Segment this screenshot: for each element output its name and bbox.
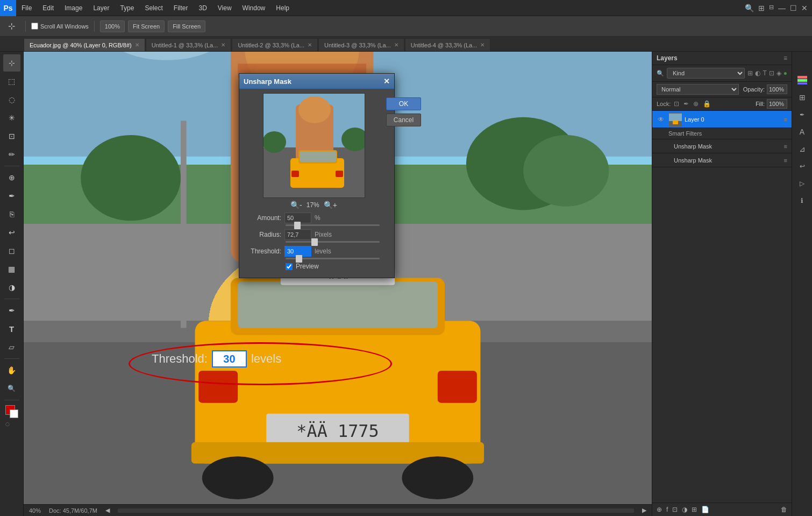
arrange-icon[interactable]: ⊞ xyxy=(758,4,765,12)
tab-2-close[interactable]: ✕ xyxy=(221,42,225,48)
workspace-icon[interactable]: ⊟ xyxy=(769,4,774,12)
blending-mode-select[interactable]: Normal xyxy=(657,84,739,95)
layers-panel-icon[interactable]: ⊞ xyxy=(795,90,810,105)
dialog-close-button[interactable]: ✕ xyxy=(383,77,390,86)
layer-item-0[interactable]: 👁 Layer 0 ≡ xyxy=(652,111,792,128)
adjustment-layer-icon[interactable]: ◑ xyxy=(682,506,687,513)
radius-slider[interactable] xyxy=(286,241,380,243)
menu-image[interactable]: Image xyxy=(59,0,88,16)
marquee-tool[interactable]: ⬚ xyxy=(3,73,20,90)
info-icon[interactable]: ℹ xyxy=(795,193,810,208)
search-icon[interactable]: 🔍 xyxy=(745,4,754,12)
background-color[interactable] xyxy=(10,409,18,418)
lock-pixels-icon[interactable]: ✒ xyxy=(683,100,689,108)
menu-layer[interactable]: Layer xyxy=(88,0,115,16)
menu-help[interactable]: Help xyxy=(270,0,295,16)
menu-file[interactable]: File xyxy=(16,0,37,16)
clone-tool[interactable]: ⎘ xyxy=(3,206,20,223)
channels-icon[interactable] xyxy=(795,73,810,88)
adj-filter-icon[interactable]: ◐ xyxy=(755,69,760,77)
dodge-tool[interactable]: ◑ xyxy=(3,279,20,296)
pen-tool[interactable]: ✒ xyxy=(3,302,20,319)
fill-screen-btn[interactable]: Fill Screen xyxy=(168,20,205,32)
kind-select[interactable]: Kind xyxy=(667,68,745,79)
actions-icon[interactable]: ▷ xyxy=(795,176,810,191)
preview-checkbox[interactable] xyxy=(286,263,293,270)
filter-item-2[interactable]: Unsharp Mask ≡ xyxy=(652,153,792,167)
smart-filter-icon[interactable]: ◈ xyxy=(777,69,781,77)
menu-type[interactable]: Type xyxy=(115,0,139,16)
history-tool[interactable]: ↩ xyxy=(3,224,20,241)
pixel-filter-icon[interactable]: ⊞ xyxy=(747,69,753,77)
scroll-bar[interactable] xyxy=(118,508,634,513)
minimize-icon[interactable]: — xyxy=(778,4,786,12)
tab-4-close[interactable]: ✕ xyxy=(394,42,398,48)
new-group-icon[interactable]: ⊞ xyxy=(692,506,697,513)
fill-input[interactable] xyxy=(767,99,787,109)
menu-view[interactable]: View xyxy=(212,0,237,16)
menu-filter[interactable]: Filter xyxy=(168,0,194,16)
tab-1[interactable]: Ecuador.jpg @ 40% (Layer 0, RGB/8#) ✕ xyxy=(24,38,145,51)
threshold-slider[interactable] xyxy=(286,258,380,259)
type-filter-icon[interactable]: T xyxy=(763,69,766,77)
move-tool[interactable]: ⊹ xyxy=(3,54,20,72)
gradient-tool[interactable]: ▦ xyxy=(3,260,20,278)
canvas-area[interactable]: *ÄÄ 1775 TAXI Threshold: 30 levels Unsha… xyxy=(24,52,652,516)
close-icon[interactable]: ✕ xyxy=(801,4,808,12)
adjustments-icon[interactable]: ⊿ xyxy=(795,142,810,157)
panel-menu-icon[interactable]: ≡ xyxy=(783,54,787,62)
quick-mask-icon[interactable]: ◌ xyxy=(5,421,10,427)
fg-bg-colors[interactable] xyxy=(3,403,20,420)
paths-panel-icon[interactable]: ✒ xyxy=(795,107,810,122)
eyedropper-tool[interactable]: ✏ xyxy=(3,146,20,163)
menu-edit[interactable]: Edit xyxy=(37,0,59,16)
zoom-in-btn[interactable]: 🔍+ xyxy=(324,201,337,209)
new-layer-icon[interactable]: 📄 xyxy=(701,506,709,513)
tab-5-close[interactable]: ✕ xyxy=(480,42,485,48)
menu-select[interactable]: Select xyxy=(139,0,168,16)
tab-3[interactable]: Untitled-2 @ 33,3% (La... ✕ xyxy=(232,38,318,51)
tab-2[interactable]: Untitled-1 @ 33,3% (La... ✕ xyxy=(146,38,232,51)
history-panel-icon[interactable]: ↩ xyxy=(795,159,810,174)
tab-5[interactable]: Untitled-4 @ 33,3% (La... ✕ xyxy=(405,38,491,51)
eraser-tool[interactable]: ◻ xyxy=(3,242,20,259)
hand-tool[interactable]: ✋ xyxy=(3,362,20,379)
toggle-filter-icon[interactable]: ● xyxy=(783,69,787,77)
scroll-left[interactable]: ◀ xyxy=(105,507,110,514)
fit-screen-btn[interactable]: Fit Screen xyxy=(128,20,165,32)
menu-window[interactable]: Window xyxy=(237,0,271,16)
scroll-right[interactable]: ▶ xyxy=(642,507,646,514)
shape-filter-icon[interactable]: ⊡ xyxy=(769,69,774,77)
lock-transparent-icon[interactable]: ⊡ xyxy=(674,100,679,108)
tab-3-close[interactable]: ✕ xyxy=(308,42,312,48)
ok-button[interactable]: OK xyxy=(386,97,421,110)
tab-4[interactable]: Untitled-3 @ 33,3% (La... ✕ xyxy=(318,38,404,51)
amount-slider[interactable] xyxy=(286,224,380,226)
filter-item-1[interactable]: Unsharp Mask ≡ xyxy=(652,139,792,153)
healing-tool[interactable]: ⊕ xyxy=(3,169,20,186)
cancel-button[interactable]: Cancel xyxy=(386,114,421,126)
brush-tool[interactable]: ✒ xyxy=(3,187,20,204)
lock-position-icon[interactable]: ⊕ xyxy=(693,100,699,108)
lasso-tool[interactable]: ◌ xyxy=(3,91,20,108)
lock-all-icon[interactable]: 🔒 xyxy=(703,100,711,108)
zoom-tool[interactable]: 🔍 xyxy=(3,380,20,397)
crop-tool[interactable]: ⊡ xyxy=(3,128,20,145)
link-layers-icon[interactable]: ⊕ xyxy=(657,506,662,513)
toolbar-move-tool[interactable]: ⊹ xyxy=(3,18,20,35)
menu-3d[interactable]: 3D xyxy=(193,0,212,16)
tab-1-close[interactable]: ✕ xyxy=(135,42,139,48)
delete-layer-icon[interactable]: 🗑 xyxy=(781,506,787,513)
text-tool[interactable]: T xyxy=(3,320,20,337)
layer-visibility-icon[interactable]: 👁 xyxy=(657,116,665,123)
preview-image[interactable] xyxy=(263,93,365,198)
layer-mask-icon[interactable]: ⊡ xyxy=(672,506,678,513)
layer-style-icon[interactable]: f xyxy=(666,506,668,513)
opacity-input[interactable] xyxy=(767,84,787,94)
magic-wand-tool[interactable]: ✳ xyxy=(3,109,20,126)
zoom-level-btn[interactable]: 100% xyxy=(100,20,125,32)
shape-tool[interactable]: ▱ xyxy=(3,338,20,356)
filter-2-icon[interactable]: ≡ xyxy=(784,157,787,164)
zoom-out-btn[interactable]: 🔍- xyxy=(290,201,302,209)
filter-1-icon[interactable]: ≡ xyxy=(784,143,787,150)
